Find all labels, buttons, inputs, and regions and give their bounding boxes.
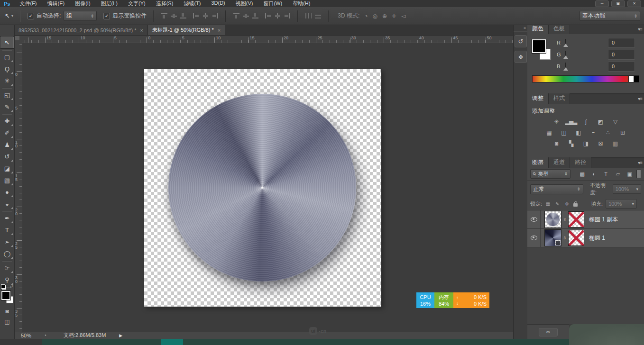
auto-select-type-dropdown[interactable]: 组 ⇕ — [64, 11, 97, 21]
color-panel-tab[interactable]: 色板 — [549, 24, 570, 34]
distribute-bottom-edges-icon[interactable] — [252, 13, 258, 18]
panel-menu-icon[interactable]: ▾≡ — [638, 160, 642, 165]
type-tool[interactable]: T — [0, 224, 14, 236]
document-tab[interactable]: 未标题-1 @ 50%(RGB/8) *× — [148, 25, 225, 35]
horizontal-ruler[interactable]: 1510505101520253035404550 — [22, 35, 513, 43]
distribute-top-edges-icon[interactable] — [233, 13, 239, 18]
auto-select-checkbox[interactable]: ✓ — [28, 13, 34, 19]
eyedropper-tool[interactable]: ✎ — [0, 101, 14, 113]
black-white-icon[interactable]: ◧ — [573, 128, 584, 136]
menu-item[interactable]: 文件(F) — [14, 0, 42, 7]
ellipse-tool[interactable]: ◯ — [0, 248, 14, 260]
selective-color-icon[interactable]: ⊠ — [595, 139, 606, 147]
lock-image-pixels-icon[interactable]: ✎ — [554, 201, 561, 207]
quick-selection-tool[interactable]: ✳ — [0, 75, 14, 87]
layer-name[interactable]: 椭圆 1 副本 — [589, 216, 618, 224]
threshold-icon[interactable]: ◨ — [580, 139, 591, 147]
align-right-edges-icon[interactable] — [212, 13, 218, 18]
crop-tool[interactable]: ◱ — [0, 89, 14, 101]
expand-dock-icon[interactable]: « — [514, 25, 528, 32]
layer-thumbnail[interactable] — [544, 229, 561, 246]
layer-filter-type-dropdown[interactable]: ⚲ 类型 ⇕ — [530, 169, 570, 179]
show-transform-option[interactable]: ✓ 显示变换控件 — [103, 12, 147, 20]
align-horizontal-centers-icon[interactable] — [202, 13, 209, 18]
curves-icon[interactable]: ∫ — [580, 118, 591, 126]
3d-slide-icon[interactable]: ✛ — [392, 13, 396, 19]
swap-colors-icon[interactable]: ⇄ — [10, 284, 13, 289]
adjustments-panel-tab[interactable]: 调整 — [527, 93, 549, 104]
align-vertical-centers-icon[interactable] — [171, 13, 177, 18]
tools-panel-grip[interactable] — [0, 25, 14, 36]
exposure-icon[interactable]: ◩ — [595, 118, 606, 126]
layer-list-empty-area[interactable] — [527, 247, 644, 324]
filter-type-layers-icon[interactable]: T — [602, 171, 610, 177]
menu-item[interactable]: 帮助(H) — [287, 0, 315, 7]
posterize-icon[interactable]: ▚ — [566, 139, 576, 147]
lock-position-icon[interactable]: ✥ — [564, 201, 570, 207]
menu-item[interactable]: 3D(D) — [206, 0, 230, 7]
layers-panel-tab[interactable]: 图层 — [527, 157, 549, 168]
hue-saturation-icon[interactable]: ▦ — [544, 128, 554, 136]
clone-stamp-tool[interactable]: ♟ — [0, 139, 14, 151]
color-balance-icon[interactable]: ◫ — [559, 128, 569, 136]
layer-name[interactable]: 椭圆 1 — [589, 234, 605, 242]
lock-all-icon[interactable] — [573, 203, 578, 207]
restore-button[interactable]: ▣ — [611, 0, 625, 7]
healing-brush-tool[interactable]: ✚ — [0, 115, 14, 127]
filter-shape-layers-icon[interactable]: ▱ — [614, 171, 622, 177]
layers-panel-tab[interactable]: 通道 — [549, 157, 570, 168]
menu-item[interactable]: 编辑(E) — [42, 0, 70, 7]
workspace-switcher[interactable]: 基本功能 ⇕ — [580, 11, 640, 21]
show-transform-checkbox[interactable]: ✓ — [103, 13, 110, 19]
slider-thumb[interactable] — [563, 67, 568, 71]
foreground-color-swatch[interactable] — [1, 291, 10, 300]
fill-field[interactable]: 100% ▾ — [606, 199, 637, 209]
rectangular-marquee-tool[interactable]: ▢ — [0, 51, 14, 63]
layer-row[interactable]: ∞椭圆 1 副本 — [527, 210, 644, 229]
photo-filter-icon[interactable]: ◓ — [588, 128, 598, 136]
slider-thumb[interactable] — [563, 44, 568, 47]
brush-tool[interactable]: ✐ — [0, 127, 14, 139]
properties-panel-icon[interactable]: ❖ — [515, 51, 527, 63]
filter-smart-objects-icon[interactable]: ▣ — [626, 171, 634, 177]
channel-mixer-icon[interactable]: ∴ — [603, 128, 613, 136]
history-panel-icon[interactable]: ↺ — [515, 35, 527, 47]
opacity-field[interactable]: 100% ▾ — [613, 184, 641, 194]
color-lookup-icon[interactable]: ⊞ — [617, 128, 628, 136]
layer-filter-toggle[interactable] — [636, 170, 641, 178]
3d-rotate-icon[interactable]: ◔ — [364, 13, 368, 19]
screen-mode-button[interactable]: ◫ — [0, 317, 14, 327]
3d-scale-icon[interactable]: ◅ — [401, 13, 405, 19]
white-swatch[interactable] — [629, 75, 634, 82]
close-button[interactable]: ✕ — [627, 0, 641, 7]
gradient-tool[interactable]: ▧ — [0, 174, 14, 186]
distribute-horizontal-spacing-icon[interactable] — [305, 13, 312, 18]
distribute-left-edges-icon[interactable] — [265, 13, 271, 18]
invert-icon[interactable]: ◙ — [551, 139, 561, 147]
link-layers-button[interactable]: ∞ — [539, 328, 558, 336]
document-tab[interactable]: 8952533_002124215000_2.psd @ 50%(RGB/8#)… — [14, 25, 148, 35]
menu-item[interactable]: 图像(I) — [70, 0, 95, 7]
move-tool-options-icon[interactable]: ↖ ▾ — [0, 12, 16, 19]
brightness-contrast-icon[interactable]: ☀ — [551, 118, 561, 126]
status-expand-arrow[interactable]: ▶ — [119, 333, 122, 338]
blur-tool[interactable]: ● — [0, 186, 14, 198]
blend-mode-dropdown[interactable]: 正常 ⇕ — [530, 184, 583, 194]
ruler-origin-corner[interactable] — [14, 35, 22, 43]
distribute-right-edges-icon[interactable] — [284, 13, 290, 18]
quick-mask-button[interactable]: ◙ — [0, 306, 14, 317]
lock-transparent-pixels-icon[interactable]: ▦ — [545, 201, 551, 207]
eraser-tool[interactable]: ◪ — [0, 163, 14, 174]
channel-value-field[interactable]: 0 — [608, 50, 635, 60]
pen-tool[interactable]: ✒ — [0, 212, 14, 224]
filter-pixel-layers-icon[interactable]: ▩ — [578, 171, 586, 177]
layer-mask-thumbnail[interactable] — [568, 211, 584, 227]
path-selection-tool[interactable]: ➢ — [0, 236, 14, 248]
foreground-color-swatch-panel[interactable] — [532, 39, 546, 53]
filter-adjustment-layers-icon[interactable]: ◐ — [590, 171, 598, 177]
align-top-edges-icon[interactable] — [161, 13, 167, 18]
panel-menu-icon[interactable]: ▾≡ — [638, 96, 642, 101]
auto-select-option[interactable]: ✓ 自动选择: — [28, 12, 61, 20]
menu-item[interactable]: 文字(Y) — [123, 0, 151, 7]
slider-thumb[interactable] — [563, 55, 568, 59]
